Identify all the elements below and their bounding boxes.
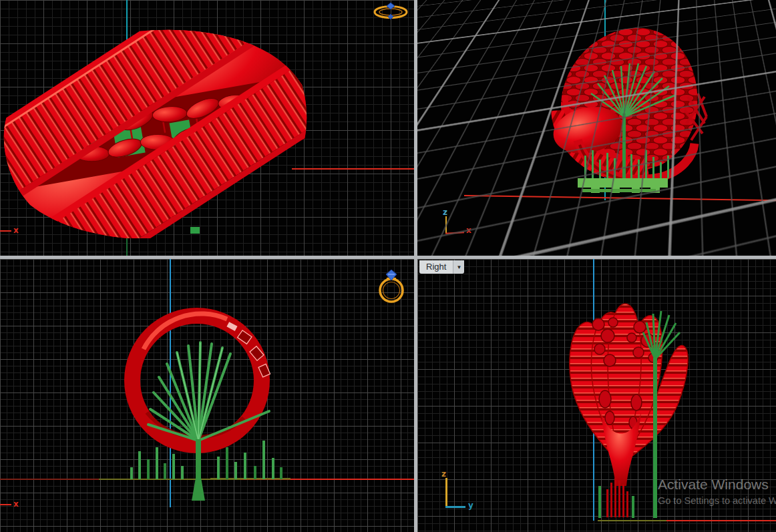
- viewport-title-tab[interactable]: Right ▼: [419, 260, 464, 274]
- z-axis-arrow: [445, 478, 447, 507]
- viewport-title-label[interactable]: Right: [419, 260, 453, 274]
- ring-model-front-view[interactable]: [117, 299, 294, 513]
- world-axis-icon: x: [0, 498, 27, 511]
- z-axis-label: z: [441, 470, 446, 478]
- world-axis-icon: z x: [443, 208, 476, 238]
- support-glimpse: [190, 227, 200, 234]
- world-axis-icon: z y: [441, 470, 481, 511]
- support-foot-cone: [192, 463, 205, 501]
- z-axis-label: z: [443, 208, 447, 216]
- ring-model-right-view[interactable]: [546, 286, 713, 529]
- viewport-front[interactable]: x: [0, 259, 414, 532]
- x-axis-label: x: [13, 226, 19, 234]
- cad-application-window: x: [0, 0, 776, 532]
- ring-model-perspective-view[interactable]: [548, 17, 708, 204]
- viewport-divider-vertical[interactable]: [414, 0, 417, 532]
- y-axis-arrow: [445, 506, 465, 508]
- base-platform-shadow: [582, 189, 656, 192]
- x-axis-label: x: [13, 500, 19, 508]
- z-axis-arrow: [445, 216, 447, 234]
- x-axis-arrow: [0, 504, 11, 505]
- ring-front-orientation-icon: [374, 267, 409, 304]
- viewport-top[interactable]: x: [0, 0, 414, 256]
- y-axis-label: y: [468, 501, 473, 509]
- x-axis-line-dim: [0, 479, 99, 480]
- chevron-down-icon: ▼: [456, 264, 461, 270]
- viewport-right[interactable]: Right ▼ z y: [417, 259, 776, 532]
- x-axis-arrow: [445, 232, 464, 234]
- support-pillar: [632, 496, 634, 518]
- olive-baseline: [210, 478, 290, 480]
- viewport-divider-horizontal[interactable]: [0, 256, 776, 259]
- x-axis-label: x: [466, 226, 471, 234]
- support-trunk: [622, 113, 626, 180]
- world-axis-icon: x: [0, 224, 27, 238]
- ring-top-orientation-icon: [371, 1, 410, 21]
- support-trunk: [653, 358, 657, 518]
- x-axis-arrow: [0, 230, 11, 232]
- support-pillar: [598, 486, 601, 518]
- viewport-menu-dropdown[interactable]: ▼: [453, 260, 464, 274]
- viewport-perspective[interactable]: z x: [417, 0, 776, 256]
- ring-model-top-view[interactable]: [0, 15, 321, 238]
